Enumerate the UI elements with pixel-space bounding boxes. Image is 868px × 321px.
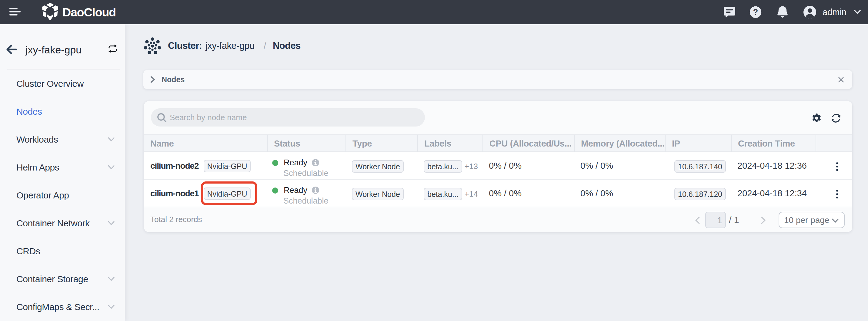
svg-text:?: ? xyxy=(753,7,758,17)
